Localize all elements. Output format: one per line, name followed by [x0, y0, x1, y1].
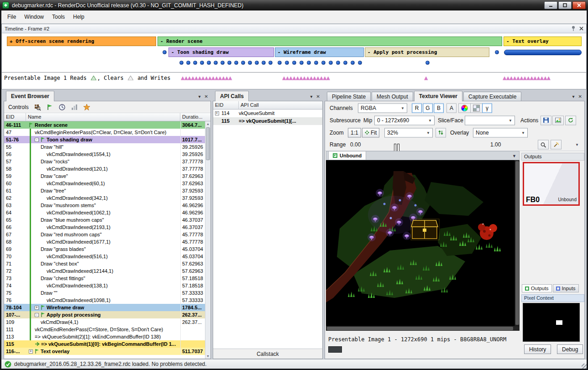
auto-range-wand-button[interactable] [551, 140, 562, 150]
panel-menu-icon[interactable]: ▾ [199, 94, 201, 99]
api-call-row[interactable]: +114vkQueueSubmit [213, 109, 322, 117]
event-row[interactable]: 75Draw ""57.33333 [4, 289, 205, 297]
range-handle-low[interactable] [397, 144, 399, 151]
column-duration[interactable]: Duratio... [180, 113, 210, 121]
event-dot[interactable] [241, 61, 245, 65]
tab-texture-viewer[interactable]: Texture Viewer [414, 91, 462, 101]
pixel-context-view[interactable] [523, 303, 580, 342]
tab-pipeline-state[interactable]: Pipeline State [327, 92, 371, 101]
save-texture-button[interactable] [541, 115, 551, 125]
tab-outputs[interactable]: Outputs [522, 284, 552, 292]
timeline-marker-bar[interactable]: - Toon shading draw [168, 47, 274, 57]
autofit-range-button[interactable] [538, 140, 549, 150]
event-row[interactable]: 68vkCmdDrawIndexed(1677,1)45.77778 [4, 238, 205, 245]
menu-window[interactable]: Window [20, 11, 48, 22]
open-texture-list-button[interactable] [552, 115, 564, 125]
event-row[interactable]: 76vkCmdDrawIndexed(1098,1)57.33333 [4, 297, 205, 304]
flip-y-button[interactable] [436, 128, 446, 137]
fb0-thumbnail[interactable]: FB0 Unbound [523, 162, 580, 206]
event-row[interactable]: 72vkCmdDrawIndexed(12144,1)57.62963 [4, 267, 205, 275]
expander-icon[interactable]: + [29, 349, 33, 354]
panel-close-icon[interactable]: ✕ [316, 94, 320, 99]
range-handle-high[interactable] [394, 144, 396, 151]
event-row[interactable]: 65Draw "blue mushroom caps"46.37037 [4, 216, 205, 224]
column-eid[interactable]: EID [4, 113, 26, 121]
mip-select[interactable]: 0 - 1272x690▼ [374, 115, 435, 125]
event-dot[interactable] [207, 61, 211, 65]
gamma-button[interactable]: γ [482, 103, 492, 113]
event-row[interactable]: 59Draw "cave"37.62963 [4, 172, 205, 180]
event-dot[interactable] [268, 61, 273, 65]
event-dot[interactable] [358, 61, 362, 65]
tab-inputs[interactable]: Inputs [553, 284, 579, 292]
event-row[interactable]: 46-111Render scene3064.7... [4, 121, 205, 129]
panel-close-icon[interactable]: ✕ [578, 94, 582, 99]
zoom-level-select[interactable]: 32%▼ [384, 128, 433, 137]
event-dot[interactable] [262, 61, 266, 65]
slice-face-select[interactable]: ▼ [465, 115, 515, 125]
event-row[interactable]: 63Draw "mushroom stems"46.96296 [4, 202, 205, 209]
event-row[interactable]: 73Draw "chest fittings"57.18518 [4, 275, 205, 282]
red-channel-button[interactable]: R [412, 103, 422, 113]
tab-api-calls[interactable]: API Calls [215, 91, 249, 101]
api-call-row[interactable]: 115=> vkQueueSubmit(1)[... [213, 117, 322, 125]
event-row[interactable]: 113=> vkQueueSubmit(2)[1]: vkEndCommandB… [4, 333, 205, 340]
panel-close-icon[interactable]: ✕ [205, 94, 208, 99]
event-row[interactable]: 69Draw "grass blades"45.03704 [4, 245, 205, 253]
expander-icon[interactable]: - [35, 138, 39, 142]
expander-icon[interactable]: - [35, 313, 39, 317]
texture-list-chevron-icon[interactable]: ▼ [509, 154, 519, 160]
column-name[interactable]: Name [26, 113, 180, 121]
event-row[interactable]: 111vkCmdEndRenderPass(C=Store, D=Store, … [4, 326, 205, 333]
event-row[interactable]: 74vkCmdDrawIndexed(138,1)57.18518 [4, 282, 205, 289]
event-browser-scrollbar[interactable]: ▲ ▼ [205, 121, 210, 359]
event-row[interactable]: 116-...+Text overlay511.7037 [4, 348, 205, 355]
maximize-button[interactable] [558, 1, 572, 9]
zoom-1to1-button[interactable]: 1:1 [348, 128, 361, 137]
timeline-marker-bar[interactable]: - Wireframe draw [275, 47, 364, 57]
texture-vertical-scrollbar[interactable] [514, 160, 520, 326]
timeline-close-icon[interactable] [579, 26, 583, 31]
tab-mesh-output[interactable]: Mesh Output [372, 92, 413, 101]
event-dot[interactable] [234, 61, 238, 65]
timeline-marker-bar[interactable]: - Text overlay [504, 36, 582, 46]
find-icon[interactable] [34, 104, 41, 111]
history-button[interactable]: History [524, 344, 551, 354]
blue-channel-button[interactable]: B [434, 103, 444, 113]
jump-to-current-icon[interactable] [46, 104, 53, 111]
event-dot[interactable] [214, 61, 218, 65]
timeline-marker-bar[interactable]: - Render scene [158, 36, 502, 46]
event-row[interactable]: 70vkCmdDrawIndexed(516,1)45.03704 [4, 253, 205, 260]
timeline-body[interactable]: Presentable Image 1 Reads , Clears and W… [2, 33, 586, 89]
scrollbar-thumb[interactable] [206, 127, 210, 160]
event-row[interactable]: 47vkCmdBeginRenderPass(C=Clear, D=Clear,… [4, 129, 205, 136]
event-row[interactable]: 64vkCmdDrawIndexed(1062,1)46.96296 [4, 209, 205, 216]
event-dot-capsule[interactable] [504, 50, 582, 55]
menu-tools[interactable]: Tools [48, 11, 69, 22]
event-dot[interactable] [314, 61, 318, 65]
column-eid[interactable]: EID [213, 101, 239, 109]
scroll-up-icon[interactable]: ▲ [205, 121, 210, 126]
event-row[interactable]: 51-76-Toon shading draw1017.7... [4, 136, 205, 143]
event-dot[interactable] [227, 61, 231, 65]
event-dot[interactable] [343, 61, 347, 65]
event-dot[interactable] [292, 61, 296, 65]
event-dot[interactable] [307, 61, 311, 65]
event-dot[interactable] [321, 61, 326, 65]
texture-image-view[interactable] [326, 160, 514, 326]
event-dot[interactable] [329, 61, 333, 65]
event-row[interactable]: 55Draw "hill"39.25926 [4, 143, 205, 151]
texture-horizontal-scrollbar[interactable] [326, 326, 520, 331]
event-dot[interactable] [255, 61, 259, 65]
alpha-channel-button[interactable]: A [446, 103, 457, 113]
scroll-down-icon[interactable]: ▼ [205, 354, 210, 359]
event-dot[interactable] [278, 61, 282, 65]
tab-event-browser[interactable]: Event Browser [6, 91, 54, 101]
event-row[interactable]: 56vkCmdDrawIndexed(1554,1)39.25926 [4, 151, 205, 158]
event-dot[interactable] [186, 61, 190, 65]
timeline-marker-bar[interactable]: + Off-screen scene rendering [7, 36, 156, 46]
event-row[interactable]: 78-104+Wireframe draw1784.5... [4, 304, 205, 311]
event-dot[interactable] [248, 61, 252, 65]
panel-menu-icon[interactable]: ▾ [310, 94, 313, 99]
overlay-select[interactable]: None▼ [473, 128, 528, 137]
